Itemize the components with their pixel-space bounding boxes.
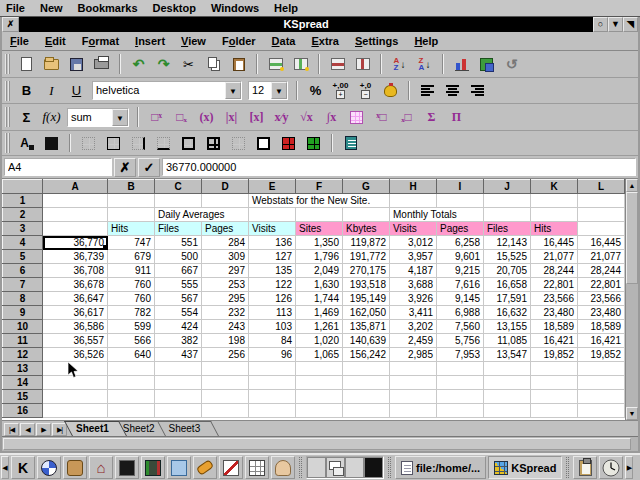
cell-B1[interactable] bbox=[108, 194, 155, 208]
border-outline-button[interactable] bbox=[102, 132, 125, 154]
home-launcher[interactable]: ⌂ bbox=[89, 456, 113, 479]
cell-D6[interactable]: 297 bbox=[202, 264, 249, 278]
insert-chart-button[interactable] bbox=[450, 53, 473, 75]
paste-button[interactable] bbox=[227, 53, 250, 75]
cell-F7[interactable]: 1,630 bbox=[296, 278, 343, 292]
tab-nav-button-2[interactable]: ▶ bbox=[36, 423, 51, 436]
row-header-4[interactable]: 4 bbox=[3, 236, 43, 250]
cell-K11[interactable]: 16,421 bbox=[531, 334, 578, 348]
cell-J13[interactable] bbox=[484, 362, 531, 376]
cell-G2[interactable] bbox=[343, 208, 390, 222]
formula-sum-button[interactable]: Σ bbox=[420, 106, 443, 128]
menu-view[interactable]: View bbox=[181, 35, 206, 47]
scroll-down-button[interactable]: ▼ bbox=[626, 407, 638, 420]
cell-B16[interactable] bbox=[108, 404, 155, 418]
cell-L7[interactable]: 22,801 bbox=[578, 278, 625, 292]
cell-J11[interactable]: 11,085 bbox=[484, 334, 531, 348]
cell-I7[interactable]: 7,616 bbox=[437, 278, 484, 292]
cell-B11[interactable]: 566 bbox=[108, 334, 155, 348]
cell-L11[interactable]: 16,421 bbox=[578, 334, 625, 348]
row-header-11[interactable]: 11 bbox=[3, 334, 43, 348]
cell-F11[interactable]: 1,020 bbox=[296, 334, 343, 348]
panel-hide-left-button[interactable]: ◀ bbox=[1, 456, 9, 479]
menu-help[interactable]: Help bbox=[414, 35, 438, 47]
cell-L16[interactable] bbox=[578, 404, 625, 418]
cell-E1[interactable]: Webstats for the New Site. bbox=[249, 194, 390, 208]
iconify-button[interactable]: ▼ bbox=[608, 17, 623, 32]
formula-sqrt-button[interactable]: √x bbox=[295, 106, 318, 128]
cell-L10[interactable]: 18,589 bbox=[578, 320, 625, 334]
sort-ascending-button[interactable]: AZ↓ bbox=[388, 53, 411, 75]
cell-B13[interactable] bbox=[108, 362, 155, 376]
formula-matrix-button[interactable] bbox=[345, 106, 368, 128]
package-launcher[interactable] bbox=[167, 456, 191, 479]
k-menu-button[interactable]: K bbox=[11, 456, 35, 479]
file-manager-launcher[interactable] bbox=[63, 456, 87, 479]
formula-cancel-button[interactable]: ✗ bbox=[114, 158, 136, 177]
vertical-scroll-thumb[interactable] bbox=[626, 192, 638, 284]
cell-D11[interactable]: 198 bbox=[202, 334, 249, 348]
italic-button[interactable]: I bbox=[40, 80, 63, 102]
delete-row-button[interactable] bbox=[326, 53, 349, 75]
cell-B7[interactable]: 760 bbox=[108, 278, 155, 292]
cell-H9[interactable]: 3,411 bbox=[390, 306, 437, 320]
cell-G6[interactable]: 270,175 bbox=[343, 264, 390, 278]
cell-J12[interactable]: 13,547 bbox=[484, 348, 531, 362]
cell-L12[interactable]: 19,852 bbox=[578, 348, 625, 362]
font-color-button[interactable]: A bbox=[15, 132, 38, 154]
desktop-menu-desktop[interactable]: Desktop bbox=[153, 2, 196, 14]
cell-K9[interactable]: 23,480 bbox=[531, 306, 578, 320]
cell-I9[interactable]: 6,988 bbox=[437, 306, 484, 320]
cell-K16[interactable] bbox=[531, 404, 578, 418]
formula-subscript-button[interactable]: □ₓ bbox=[170, 106, 193, 128]
cell-J14[interactable] bbox=[484, 376, 531, 390]
bookshelf-launcher[interactable] bbox=[141, 456, 165, 479]
cell-D14[interactable] bbox=[202, 376, 249, 390]
spreadsheet-launcher[interactable] bbox=[245, 456, 269, 479]
row-header-9[interactable]: 9 bbox=[3, 306, 43, 320]
pager-desktop-3[interactable] bbox=[345, 457, 364, 478]
menu-insert[interactable]: Insert bbox=[135, 35, 165, 47]
cell-J15[interactable] bbox=[484, 390, 531, 404]
cell-I6[interactable]: 9,215 bbox=[437, 264, 484, 278]
cell-L6[interactable]: 28,244 bbox=[578, 264, 625, 278]
vertical-scrollbar[interactable]: ▲ ▼ bbox=[625, 179, 638, 420]
cell-C9[interactable]: 554 bbox=[155, 306, 202, 320]
cell-L15[interactable] bbox=[578, 390, 625, 404]
eraser-launcher[interactable] bbox=[193, 456, 217, 479]
horizontal-scroll-thumb[interactable] bbox=[3, 438, 631, 450]
cell-A16[interactable] bbox=[43, 404, 108, 418]
column-header-H[interactable]: H bbox=[390, 180, 437, 194]
cell-B14[interactable] bbox=[108, 376, 155, 390]
cell-G16[interactable] bbox=[343, 404, 390, 418]
cell-F10[interactable]: 1,261 bbox=[296, 320, 343, 334]
formula-integral-button[interactable]: ∫x bbox=[320, 106, 343, 128]
cell-A1[interactable] bbox=[43, 194, 108, 208]
insert-comment-button[interactable] bbox=[339, 132, 362, 154]
cell-I13[interactable] bbox=[437, 362, 484, 376]
row-header-12[interactable]: 12 bbox=[3, 348, 43, 362]
cell-D10[interactable]: 243 bbox=[202, 320, 249, 334]
cell-F5[interactable]: 1,796 bbox=[296, 250, 343, 264]
print-button[interactable] bbox=[90, 53, 113, 75]
cell-D1[interactable] bbox=[202, 194, 249, 208]
cell-G4[interactable]: 119,872 bbox=[343, 236, 390, 250]
cell-I11[interactable]: 5,756 bbox=[437, 334, 484, 348]
cell-E4[interactable]: 136 bbox=[249, 236, 296, 250]
cell-K3[interactable]: Hits bbox=[531, 222, 578, 236]
cell-B6[interactable]: 911 bbox=[108, 264, 155, 278]
cell-H6[interactable]: 4,187 bbox=[390, 264, 437, 278]
cell-C8[interactable]: 567 bbox=[155, 292, 202, 306]
cell-A3[interactable] bbox=[43, 222, 108, 236]
cell-K8[interactable]: 23,566 bbox=[531, 292, 578, 306]
cell-A4[interactable]: 36,770 bbox=[43, 236, 108, 250]
cell-H3[interactable]: Visits bbox=[390, 222, 437, 236]
percent-format-button[interactable]: % bbox=[304, 80, 327, 102]
pager-desktop-2[interactable] bbox=[326, 457, 345, 478]
cell-A7[interactable]: 36,678 bbox=[43, 278, 108, 292]
cut-button[interactable]: ✂ bbox=[177, 53, 200, 75]
cell-K13[interactable] bbox=[531, 362, 578, 376]
cell-B4[interactable]: 747 bbox=[108, 236, 155, 250]
cell-E15[interactable] bbox=[249, 390, 296, 404]
align-left-button[interactable] bbox=[416, 80, 439, 102]
